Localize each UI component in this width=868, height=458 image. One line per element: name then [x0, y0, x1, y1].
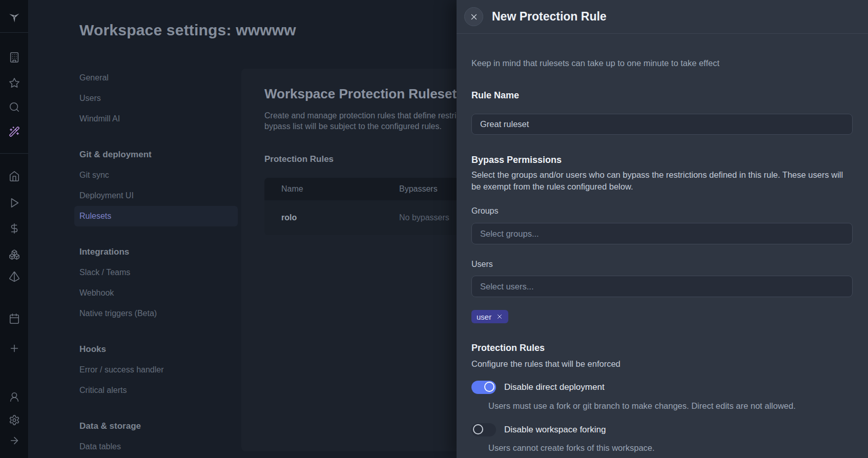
toggle-description: Users must use a fork or git branch to m… [488, 400, 853, 411]
search-icon[interactable] [9, 101, 20, 113]
toggle-description: Users cannot create forks of this worksp… [488, 442, 853, 453]
rule-name-heading: Rule Name [471, 89, 853, 101]
bypass-permissions-description: Select the groups and/or users who can b… [471, 169, 853, 192]
column-header-name: Name [264, 184, 399, 194]
nav-section-git-deployment: Git & deployment [74, 144, 238, 165]
protection-rules-subheading: Configure the rules that will be enforce… [471, 358, 853, 369]
groups-select-input[interactable] [471, 223, 853, 244]
remove-user-icon[interactable] [496, 313, 503, 320]
dollar-icon[interactable] [9, 223, 20, 234]
drawer-header: New Protection Rule [457, 0, 868, 34]
rail-divider [0, 32, 28, 33]
calendar-icon[interactable] [9, 313, 20, 324]
users-label: Users [471, 259, 853, 270]
windmill-logo-icon[interactable] [8, 11, 20, 23]
page-title: Workspace settings: wwwww [79, 22, 296, 39]
users-select-input[interactable] [471, 276, 853, 297]
close-icon [469, 12, 479, 22]
star-icon[interactable] [9, 77, 20, 89]
nav-item-git-sync[interactable]: Git sync [74, 165, 238, 185]
toggle-label: Disable direct deployment [504, 382, 605, 392]
groups-label: Groups [471, 205, 853, 217]
toggle-row-disable-workspace-forking: Disable workspace forking [471, 423, 853, 436]
play-icon[interactable] [9, 197, 20, 209]
nav-item-data-tables[interactable]: Data tables [74, 436, 238, 457]
building-icon[interactable] [9, 52, 20, 63]
pyramid-icon[interactable] [9, 271, 20, 282]
rule-name-cell: rolo [264, 213, 399, 222]
plus-icon[interactable] [9, 343, 20, 354]
close-button[interactable] [464, 7, 483, 26]
home-icon[interactable] [9, 171, 20, 182]
user-icon[interactable] [9, 391, 20, 403]
nav-item-slack-teams[interactable]: Slack / Teams [74, 262, 238, 283]
selected-users-row: user [471, 310, 853, 323]
toggle-row-disable-direct-deployment: Disable direct deployment [471, 381, 853, 394]
nav-section-data-storage: Data & storage [74, 416, 238, 436]
rail-divider [0, 153, 28, 154]
disable-direct-deployment-toggle[interactable] [471, 381, 496, 394]
settings-nav: General Users Windmill AI Git & deployme… [74, 68, 238, 457]
new-protection-rule-drawer: New Protection Rule Keep in mind that ru… [457, 0, 868, 458]
protection-rules-heading: Protection Rules [471, 342, 853, 354]
user-tag: user [471, 310, 508, 323]
nav-item-native-triggers[interactable]: Native triggers (Beta) [74, 303, 238, 324]
nav-section-hooks: Hooks [74, 339, 238, 360]
drawer-body: Keep in mind that rulesets can take up t… [457, 57, 868, 453]
nav-section-integrations: Integrations [74, 242, 238, 262]
icon-rail [0, 0, 29, 458]
nav-item-error-success-handler[interactable]: Error / success handler [74, 360, 238, 380]
nav-item-deployment-ui[interactable]: Deployment UI [74, 185, 238, 206]
toggle-label: Disable workspace forking [504, 425, 606, 435]
toggle-knob [484, 382, 494, 392]
drawer-title: New Protection Rule [492, 10, 607, 24]
ruleset-delay-note: Keep in mind that rulesets can take up t… [471, 57, 853, 69]
nav-item-general[interactable]: General [74, 68, 238, 88]
arrow-right-icon[interactable] [9, 435, 20, 446]
nav-item-critical-alerts[interactable]: Critical alerts [74, 380, 238, 401]
nav-item-users[interactable]: Users [74, 88, 238, 109]
toggle-knob [473, 424, 483, 434]
magic-wand-icon[interactable] [9, 126, 20, 137]
rule-name-input[interactable] [471, 114, 853, 135]
boxes-icon[interactable] [9, 249, 20, 260]
disable-workspace-forking-toggle[interactable] [471, 423, 496, 436]
nav-item-rulesets[interactable]: Rulesets [74, 206, 238, 226]
nav-item-webhook[interactable]: Webhook [74, 283, 238, 303]
bypass-permissions-heading: Bypass Permissions [471, 154, 853, 166]
gear-icon[interactable] [9, 414, 20, 426]
nav-item-windmill-ai[interactable]: Windmill AI [74, 109, 238, 129]
user-tag-label: user [477, 313, 491, 321]
